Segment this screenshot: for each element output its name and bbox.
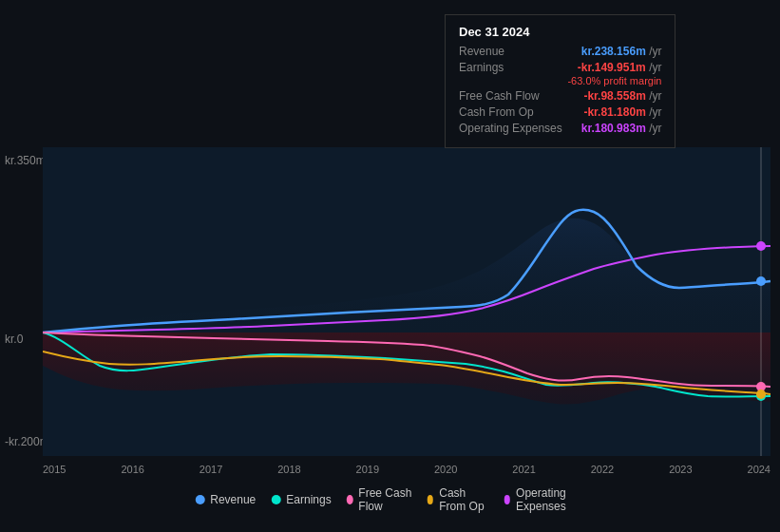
tooltip-row-opex: Operating Expenses kr.180.983m /yr xyxy=(459,122,661,135)
tooltip-date: Dec 31 2024 xyxy=(459,25,661,39)
x-label-2022: 2022 xyxy=(591,464,614,475)
x-label-2020: 2020 xyxy=(434,464,457,475)
legend-label-revenue: Revenue xyxy=(210,493,256,506)
tooltip-box: Dec 31 2024 Revenue kr.238.156m /yr Earn… xyxy=(445,14,675,148)
svg-point-6 xyxy=(756,390,766,399)
legend-fcf[interactable]: Free Cash Flow xyxy=(347,486,412,513)
legend-cashfromop[interactable]: Cash From Op xyxy=(428,486,489,513)
x-label-2017: 2017 xyxy=(200,464,222,475)
tooltip-value-fcf: -kr.98.558m /yr xyxy=(583,89,661,103)
x-label-2015: 2015 xyxy=(43,464,66,475)
svg-point-3 xyxy=(756,241,766,251)
legend-opex[interactable]: Operating Expenses xyxy=(504,486,584,513)
legend-earnings[interactable]: Earnings xyxy=(271,493,331,506)
tooltip-label-earnings: Earnings xyxy=(459,61,504,74)
x-axis: 2015 2016 2017 2018 2019 2020 2021 2022 … xyxy=(43,464,770,475)
x-label-2023: 2023 xyxy=(669,464,692,475)
legend-dot-earnings xyxy=(271,495,280,504)
x-label-2019: 2019 xyxy=(356,464,379,475)
x-label-2016: 2016 xyxy=(121,464,143,475)
tooltip-label-revenue: Revenue xyxy=(459,45,504,58)
legend: Revenue Earnings Free Cash Flow Cash Fro… xyxy=(195,486,585,513)
svg-point-2 xyxy=(756,276,766,286)
x-label-2021: 2021 xyxy=(512,464,535,475)
tooltip-label-opex: Operating Expenses xyxy=(459,122,562,135)
legend-label-fcf: Free Cash Flow xyxy=(358,486,411,513)
legend-dot-cashfromop xyxy=(428,495,434,504)
tooltip-row-cashfromop: Cash From Op -kr.81.180m /yr xyxy=(459,105,661,119)
legend-label-opex: Operating Expenses xyxy=(516,486,585,513)
legend-dot-revenue xyxy=(195,495,204,504)
tooltip-row-fcf: Free Cash Flow -kr.98.558m /yr xyxy=(459,89,661,103)
tooltip-value-revenue: kr.238.156m /yr xyxy=(581,45,662,58)
tooltip-row-earnings: Earnings -kr.149.951m /yr xyxy=(459,61,661,74)
x-label-2018: 2018 xyxy=(277,464,300,475)
tooltip-label-cashfromop: Cash From Op xyxy=(459,105,534,119)
chart-container: Dec 31 2024 Revenue kr.238.156m /yr Earn… xyxy=(0,0,780,532)
tooltip-value-cashfromop: -kr.81.180m /yr xyxy=(583,105,661,119)
tooltip-value-opex: kr.180.983m /yr xyxy=(581,122,662,135)
legend-label-cashfromop: Cash From Op xyxy=(439,486,488,513)
tooltip-value-earnings: -kr.149.951m /yr xyxy=(578,61,662,74)
tooltip-row-revenue: Revenue kr.238.156m /yr xyxy=(459,45,661,58)
tooltip-profit-margin: -63.0% profit margin xyxy=(459,75,661,86)
y-label-0: kr.0 xyxy=(5,332,23,346)
y-label-350: kr.350m xyxy=(5,154,46,167)
legend-dot-fcf xyxy=(347,495,353,504)
legend-label-earnings: Earnings xyxy=(286,493,331,506)
legend-revenue[interactable]: Revenue xyxy=(195,493,256,506)
chart-svg xyxy=(43,147,770,456)
legend-dot-opex xyxy=(504,495,510,504)
tooltip-label-fcf: Free Cash Flow xyxy=(459,89,540,103)
x-label-2024: 2024 xyxy=(748,464,770,475)
